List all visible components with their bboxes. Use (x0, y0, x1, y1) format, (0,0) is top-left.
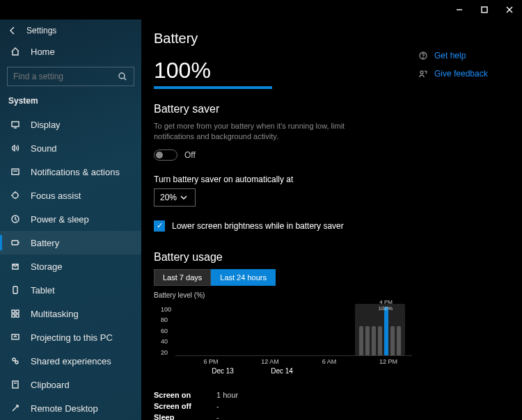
page-title: Battery (154, 31, 412, 47)
sidebar-item-label: Tablet (31, 285, 55, 296)
svg-point-21 (13, 358, 15, 361)
search-input[interactable] (7, 67, 134, 86)
sidebar-item-label: Clipboard (31, 380, 70, 390)
sidebar-item-label: Sound (31, 143, 57, 154)
sidebar-item-label: Shared experiences (31, 356, 111, 366)
sidebar-item-storage[interactable]: Storage (0, 255, 141, 278)
chart-bar[interactable] (390, 326, 395, 355)
sidebar-icon (10, 355, 21, 366)
chart-bar[interactable] (359, 326, 363, 355)
sidebar-section-header: System (0, 93, 141, 113)
sidebar-icon (10, 166, 21, 177)
battery-usage-heading: Battery usage (154, 251, 412, 264)
svg-rect-16 (12, 310, 15, 313)
svg-rect-14 (13, 286, 17, 293)
brightness-label: Lower screen brightness while in battery… (172, 221, 344, 231)
svg-rect-19 (16, 314, 19, 317)
minimize-button[interactable] (447, 0, 472, 19)
back-row[interactable]: Settings (0, 21, 141, 40)
sidebar-item-focus-assist[interactable]: Focus assist (0, 184, 141, 207)
sidebar-item-label: Projecting to this PC (31, 332, 113, 343)
svg-point-10 (13, 193, 18, 198)
sidebar-item-label: Remote Desktop (31, 403, 98, 414)
chevron-down-icon (178, 192, 189, 203)
feedback-icon (418, 68, 429, 79)
chart-bar[interactable] (365, 326, 370, 355)
sidebar-item-projecting-to-this-pc[interactable]: Projecting to this PC (0, 325, 141, 349)
sidebar-icon (10, 332, 21, 343)
sidebar-item-notifications-actions[interactable]: Notifications & actions (0, 160, 141, 184)
svg-rect-1 (482, 7, 487, 13)
sidebar-item-display[interactable]: Display (0, 113, 141, 136)
chart-bar[interactable] (384, 307, 388, 355)
tab-last-7-days[interactable]: Last 7 days (154, 269, 211, 286)
sidebar-item-label: Storage (31, 261, 63, 272)
sidebar-item-label: Focus assist (31, 191, 81, 201)
svg-point-4 (119, 73, 125, 79)
svg-line-5 (124, 78, 126, 80)
titlebar (0, 0, 522, 19)
chart-tooltip: 4 PM 100% (379, 300, 393, 312)
sleep-value: - (216, 413, 219, 420)
sidebar-item-label: Battery (31, 238, 59, 248)
sidebar-item-multitasking[interactable]: Multitasking (0, 302, 141, 325)
svg-rect-6 (12, 122, 19, 127)
chart-bar[interactable] (372, 326, 376, 355)
sidebar-item-tablet[interactable]: Tablet (0, 278, 141, 302)
battery-saver-heading: Battery saver (154, 103, 412, 115)
search-field[interactable] (13, 72, 111, 81)
screen-off-value: - (216, 402, 219, 410)
back-icon (7, 25, 18, 36)
search-icon (117, 71, 128, 82)
sidebar-item-battery[interactable]: Battery (0, 231, 141, 255)
screen-off-label: Screen off (154, 402, 216, 410)
auto-on-label: Turn battery saver on automatically at (154, 175, 412, 184)
chart-y-label: Battery level (%) (154, 291, 412, 299)
home-label: Home (31, 47, 55, 57)
sidebar-icon (10, 213, 21, 225)
window-title: Settings (26, 26, 56, 35)
select-value: 20% (160, 193, 177, 202)
sidebar-item-shared-experiences[interactable]: Shared experiences (0, 349, 141, 373)
battery-saver-toggle[interactable] (154, 150, 177, 161)
get-help-link[interactable]: Get help (418, 50, 515, 61)
sidebar-item-clipboard[interactable]: Clipboard (0, 373, 141, 396)
sidebar-item-remote-desktop[interactable]: Remote Desktop (0, 396, 141, 420)
sidebar-item-sound[interactable]: Sound (0, 136, 141, 160)
sidebar-icon (10, 308, 21, 319)
svg-rect-18 (12, 314, 15, 317)
svg-rect-17 (16, 310, 19, 313)
svg-rect-12 (12, 241, 18, 245)
maximize-button[interactable] (472, 0, 497, 19)
sidebar-icon (10, 379, 21, 390)
sidebar-icon (10, 284, 21, 296)
sidebar: Settings Home System DisplaySoundNotific… (0, 19, 141, 420)
sidebar-item-label: Multitasking (31, 309, 79, 319)
screen-on-value: 1 hour (216, 391, 238, 399)
sidebar-home[interactable]: Home (0, 40, 141, 63)
sleep-label: Sleep (154, 413, 216, 420)
battery-percent: 100% (154, 58, 412, 83)
battery-progress (154, 86, 272, 89)
chart-bar[interactable] (378, 326, 382, 355)
chart-bar[interactable] (397, 326, 401, 355)
sidebar-icon (10, 190, 21, 201)
brightness-checkbox[interactable]: ✓ (154, 220, 165, 232)
help-icon (418, 50, 429, 61)
tab-last-24-hours[interactable]: Last 24 hours (211, 269, 276, 286)
sidebar-icon (10, 261, 21, 272)
svg-point-22 (15, 361, 18, 364)
sidebar-icon (10, 119, 21, 130)
sidebar-item-power-sleep[interactable]: Power & sleep (0, 207, 141, 231)
auto-threshold-select[interactable]: 20% (154, 188, 196, 207)
sidebar-icon (10, 143, 21, 154)
close-button[interactable] (497, 0, 522, 19)
battery-chart: 10080604020 4 PM 100% 6 PM12 AM6 AM12 PM… (154, 305, 412, 367)
give-feedback-link[interactable]: Give feedback (418, 68, 515, 79)
home-icon (10, 46, 21, 57)
screen-on-label: Screen on (154, 391, 216, 399)
svg-line-23 (15, 361, 16, 362)
battery-saver-desc: To get more from your battery when it's … (154, 121, 377, 143)
sidebar-icon (10, 237, 21, 248)
toggle-state: Off (184, 150, 196, 160)
